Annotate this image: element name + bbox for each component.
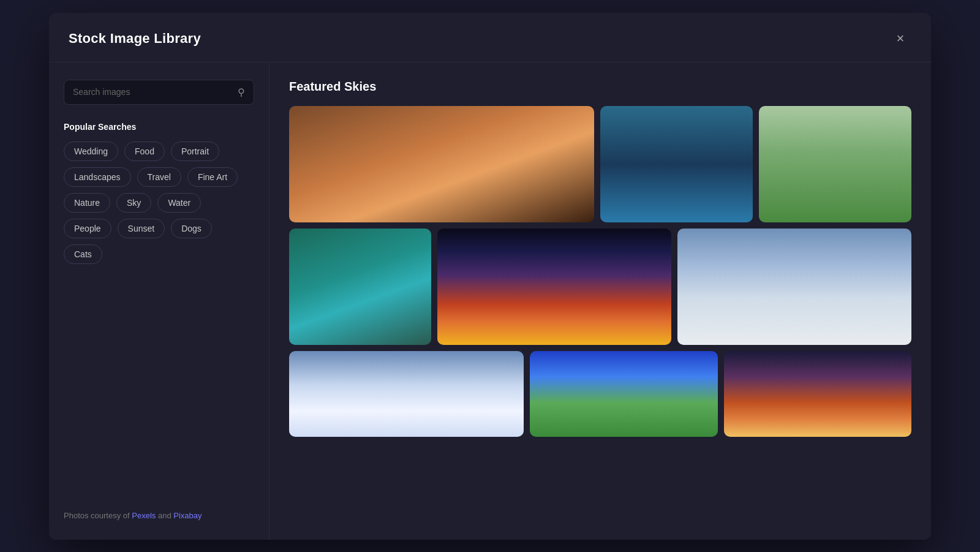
- image-pool[interactable]: [289, 229, 431, 345]
- footer-prefix: Photos courtesy of: [64, 511, 132, 520]
- image-villa[interactable]: [759, 106, 911, 222]
- image-field-road[interactable]: [530, 351, 717, 437]
- search-input[interactable]: [73, 87, 233, 97]
- footer-middle: and: [156, 511, 173, 520]
- modal: Stock Image Library × ⚲ Popular Searches…: [49, 13, 931, 540]
- images-grid-top: [289, 106, 911, 222]
- image-clouds-big[interactable]: [289, 351, 524, 437]
- popular-searches-label: Popular Searches: [64, 122, 254, 132]
- tag-dogs[interactable]: Dogs: [171, 219, 212, 238]
- sidebar-top: ⚲ Popular Searches WeddingFoodPortraitLa…: [64, 80, 254, 264]
- sidebar: ⚲ Popular Searches WeddingFoodPortraitLa…: [49, 62, 270, 540]
- tag-people[interactable]: People: [64, 219, 111, 238]
- tag-water[interactable]: Water: [157, 193, 201, 213]
- tags-container: WeddingFoodPortraitLandscapesTravelFine …: [64, 142, 254, 264]
- tag-sunset[interactable]: Sunset: [118, 219, 165, 238]
- tag-travel[interactable]: Travel: [137, 167, 181, 187]
- image-desert-road[interactable]: [289, 106, 594, 222]
- tag-fine-art[interactable]: Fine Art: [187, 167, 238, 187]
- search-bar[interactable]: ⚲: [64, 80, 254, 105]
- modal-header: Stock Image Library ×: [49, 13, 931, 62]
- modal-title: Stock Image Library: [69, 31, 201, 47]
- tag-nature[interactable]: Nature: [64, 193, 110, 213]
- tag-food[interactable]: Food: [124, 142, 165, 161]
- pexels-link[interactable]: Pexels: [132, 511, 156, 520]
- image-clouds-light[interactable]: [677, 229, 911, 345]
- section-title: Featured Skies: [289, 80, 911, 94]
- image-sunset-ruins[interactable]: [724, 351, 911, 437]
- tag-wedding[interactable]: Wedding: [64, 142, 118, 161]
- sidebar-footer: Photos courtesy of Pexels and Pixabay: [64, 510, 254, 523]
- close-button[interactable]: ×: [889, 28, 911, 50]
- tag-portrait[interactable]: Portrait: [171, 142, 219, 161]
- main-content: Featured Skies: [270, 62, 931, 540]
- images-grid-bot: [289, 351, 911, 437]
- tag-cats[interactable]: Cats: [64, 244, 102, 264]
- tag-sky[interactable]: Sky: [116, 193, 151, 213]
- image-balloon[interactable]: [437, 229, 671, 345]
- pixabay-link[interactable]: Pixabay: [173, 511, 202, 520]
- tag-landscapes[interactable]: Landscapes: [64, 167, 131, 187]
- modal-body: ⚲ Popular Searches WeddingFoodPortraitLa…: [49, 62, 931, 540]
- search-icon: ⚲: [238, 86, 245, 98]
- images-grid-mid: [289, 229, 911, 345]
- image-ocean-sky[interactable]: [600, 106, 753, 222]
